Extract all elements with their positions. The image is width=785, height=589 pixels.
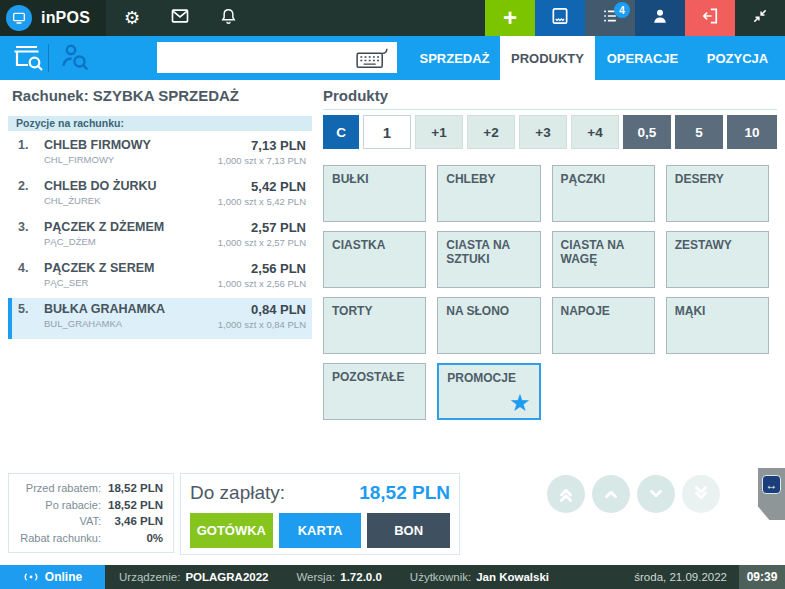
- receipts-button[interactable]: [535, 0, 585, 36]
- remote-support-tab[interactable]: ↔: [758, 468, 785, 520]
- category-tile-zestawy[interactable]: ZESTAWY: [666, 231, 769, 288]
- item-qty-detail: 1,000 szt x 2,56 PLN: [218, 278, 306, 289]
- customers-button[interactable]: [635, 0, 685, 36]
- receipt-line-item[interactable]: 2. CHLEB DO ŻURKUCHL_ŻUREK 5,42 PLN1,000…: [8, 175, 312, 216]
- category-tile-desery[interactable]: DESERY: [666, 165, 769, 222]
- item-price: 7,13 PLN: [218, 138, 306, 153]
- item-price: 0,84 PLN: [218, 302, 306, 317]
- qty-plus2-button[interactable]: +2: [467, 115, 515, 149]
- tab-sprzedaz[interactable]: SPRZEDAŻ: [409, 36, 500, 80]
- scroll-down-button[interactable]: [637, 475, 675, 513]
- clock: 09:39: [739, 565, 785, 589]
- item-price: 5,42 PLN: [218, 179, 306, 194]
- status-bar: Online Urządzenie: POLAGRA2022 Wersja: 1…: [0, 565, 785, 589]
- product-search-button[interactable]: [10, 43, 44, 73]
- pay-card-button[interactable]: KARTA: [279, 513, 362, 548]
- qty-5-button[interactable]: 5: [675, 115, 723, 149]
- receipt-items: 1. CHLEB FIRMOWYCHL_FIRMOWY 7,13 PLN1,00…: [8, 134, 312, 339]
- item-number: 2.: [18, 179, 44, 216]
- tab-pozycja[interactable]: POZYCJA: [690, 36, 785, 80]
- category-tile-na-slono[interactable]: NA SŁONO: [437, 297, 540, 354]
- scroll-to-top-button[interactable]: [547, 475, 585, 513]
- amount-due-label: Do zapłaty:: [190, 482, 285, 504]
- online-status-badge: Online: [0, 565, 105, 589]
- summary-row: VAT:3,46 PLN: [19, 515, 163, 527]
- keyboard-icon[interactable]: [355, 45, 389, 71]
- category-tile-ciastka[interactable]: CIASTKA: [323, 231, 426, 288]
- summary-row: Po rabacie:18,52 PLN: [19, 499, 163, 511]
- current-date: środa, 21.09.2022: [634, 571, 727, 583]
- category-tile-paczki[interactable]: PĄCZKI: [552, 165, 655, 222]
- receipt-list-button[interactable]: 4: [585, 0, 635, 36]
- category-tile-torty[interactable]: TORTY: [323, 297, 426, 354]
- plus-icon: +: [503, 6, 517, 30]
- qty-plus4-button[interactable]: +4: [571, 115, 619, 149]
- category-tile-ciasta-na-sztuki[interactable]: CIASTA NA SZTUKI: [437, 231, 540, 288]
- category-tile-promocje[interactable]: PROMOCJE★: [437, 363, 540, 420]
- item-number: 4.: [18, 261, 44, 298]
- receipt-line-item[interactable]: 4. PĄCZEK Z SEREMPĄC_SER 2,56 PLN1,000 s…: [8, 257, 312, 298]
- item-qty-detail: 1,000 szt x 0,84 PLN: [218, 319, 306, 330]
- monitor-logo-icon: [6, 5, 32, 31]
- item-code: PĄC_DŻEM: [44, 236, 218, 247]
- products-divider: [323, 109, 777, 110]
- pay-voucher-button[interactable]: BON: [367, 513, 450, 548]
- search-input[interactable]: [157, 42, 355, 73]
- qty-clear-button[interactable]: C: [323, 115, 359, 149]
- payment-panel: Do zapłaty: 18,52 PLN GOTÓWKA KARTA BON: [180, 473, 460, 555]
- tab-produkty[interactable]: PRODUKTY: [500, 36, 595, 80]
- toolbar-divider: [48, 44, 49, 72]
- gear-icon: ⚙: [124, 9, 140, 27]
- item-name: BUŁKA GRAHAMKA: [44, 302, 218, 316]
- star-icon: ★: [509, 389, 531, 418]
- notifications-button[interactable]: [204, 0, 252, 36]
- receipt-title: Rachunek: SZYBKA SPRZEDAŻ: [12, 87, 239, 104]
- pay-cash-button[interactable]: GOTÓWKA: [190, 513, 273, 548]
- amount-due-value: 18,52 PLN: [359, 482, 450, 504]
- category-grid: BUŁKI CHLEBY PĄCZKI DESERY CIASTKA CIAST…: [323, 165, 769, 420]
- signal-icon: [23, 571, 39, 583]
- logout-button[interactable]: [685, 0, 735, 36]
- item-number: 5.: [18, 302, 44, 339]
- messages-button[interactable]: [156, 0, 204, 36]
- app-logo: inPOS: [0, 0, 106, 36]
- version-info: Wersja: 1.72.0.0: [296, 571, 381, 583]
- scroll-up-button[interactable]: [592, 475, 630, 513]
- settings-button[interactable]: ⚙: [108, 0, 156, 36]
- item-price: 2,57 PLN: [218, 220, 306, 235]
- item-price: 2,56 PLN: [218, 261, 306, 276]
- tab-operacje[interactable]: OPERACJE: [595, 36, 690, 80]
- new-receipt-button[interactable]: +: [485, 0, 535, 36]
- customer-search-button[interactable]: [56, 43, 92, 73]
- category-tile-chleby[interactable]: CHLEBY: [437, 165, 540, 222]
- category-tile-bulki[interactable]: BUŁKI: [323, 165, 426, 222]
- user-info: Użytkownik: Jan Kowalski: [410, 571, 549, 583]
- receipt-line-item[interactable]: 1. CHLEB FIRMOWYCHL_FIRMOWY 7,13 PLN1,00…: [8, 134, 312, 175]
- summary-row: Rabat rachunku:0%: [19, 532, 163, 544]
- item-name: PĄCZEK Z SEREM: [44, 261, 218, 275]
- top-bar: inPOS ⚙ + 4: [0, 0, 785, 36]
- item-number: 1.: [18, 138, 44, 175]
- category-tile-pozostale[interactable]: POZOSTAŁE: [323, 363, 426, 420]
- exit-fullscreen-button[interactable]: [735, 0, 785, 36]
- pos-app-window: inPOS ⚙ + 4: [0, 0, 785, 589]
- item-code: CHL_FIRMOWY: [44, 154, 218, 165]
- qty-plus1-button[interactable]: +1: [415, 115, 463, 149]
- qty-10-button[interactable]: 10: [727, 115, 777, 149]
- category-tile-napoje[interactable]: NAPOJE: [552, 297, 655, 354]
- qty-half-button[interactable]: 0,5: [623, 115, 671, 149]
- qty-value-display[interactable]: 1: [363, 115, 411, 149]
- receipt-line-item-selected[interactable]: 5. BUŁKA GRAHAMKABUL_GRAHAMKA 0,84 PLN1,…: [8, 298, 312, 339]
- category-tile-ciasta-na-wage[interactable]: CIASTA NA WAGĘ: [552, 231, 655, 288]
- item-name: PĄCZEK Z DŻEMEM: [44, 220, 218, 234]
- receipt-scroll-controls: [547, 475, 720, 513]
- category-tile-maki[interactable]: MĄKI: [666, 297, 769, 354]
- qty-plus3-button[interactable]: +3: [519, 115, 567, 149]
- version-number: 1.72.0.0: [340, 571, 382, 583]
- app-title: inPOS: [41, 9, 90, 27]
- toolbar: SPRZEDAŻ PRODUKTY OPERACJE POZYCJA: [0, 36, 785, 80]
- scroll-to-bottom-button[interactable]: [682, 475, 720, 513]
- box-search-icon: [11, 41, 43, 75]
- receipt-line-item[interactable]: 3. PĄCZEK Z DŻEMEMPĄC_DŻEM 2,57 PLN1,000…: [8, 216, 312, 257]
- search-box: [157, 42, 397, 73]
